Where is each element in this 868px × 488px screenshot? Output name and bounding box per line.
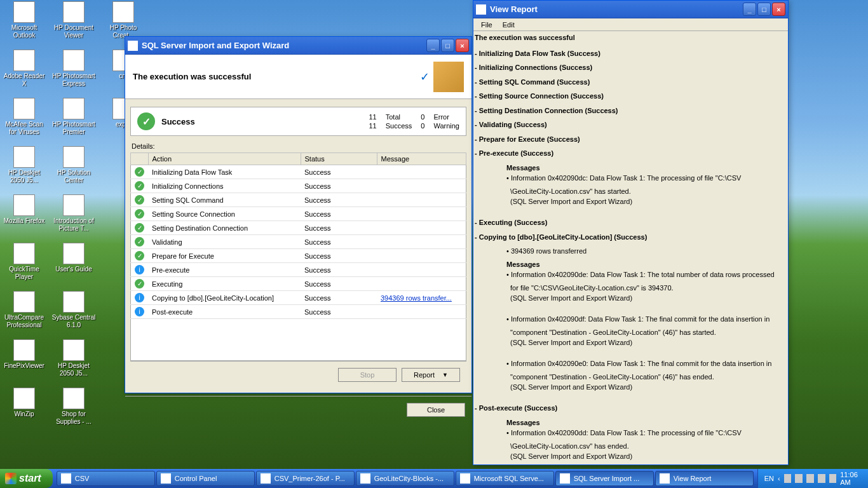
- desktop-icon[interactable]: WinZip: [1, 388, 47, 433]
- desktop-icon[interactable]: Adobe Reader X: [1, 50, 47, 95]
- col-status[interactable]: Status: [301, 153, 377, 165]
- icon-label: Introduction of Picture T...: [51, 217, 96, 233]
- maximize-button[interactable]: □: [757, 3, 771, 16]
- close-button[interactable]: ×: [456, 39, 469, 52]
- desktop-icon[interactable]: Mozilla Firefox: [1, 194, 47, 240]
- desktop-icon[interactable]: HP Deskjet 2050 J5...: [1, 146, 47, 192]
- icon-label: HP Solution Center: [51, 169, 96, 184]
- message-link[interactable]: 394369 rows transfer...: [381, 294, 452, 302]
- table-row[interactable]: iCopying to [dbo].[GeoLiteCity-Location]…: [131, 291, 466, 305]
- language-indicator[interactable]: EN: [764, 475, 774, 482]
- desktop-icon[interactable]: HP Photosmart Premier: [51, 98, 97, 144]
- desktop-icon[interactable]: McAfee Scan for Viruses: [1, 98, 47, 144]
- details-label: Details:: [130, 142, 466, 150]
- table-row[interactable]: ✓Prepare for ExecuteSuccess: [131, 249, 466, 263]
- icon-label: FinePixViewer: [4, 362, 44, 370]
- taskbar-item[interactable]: CSV: [57, 471, 155, 486]
- report-section: - Setting Source Connection (Success): [475, 91, 784, 102]
- report-section: - Initializing Connections (Success): [475, 62, 784, 73]
- report-section: - Validating (Success): [475, 119, 784, 130]
- desktop-icon[interactable]: HP Solution Center: [51, 146, 97, 192]
- desktop-icon[interactable]: Sybase Central 6.1.0: [51, 291, 97, 337]
- table-row[interactable]: ✓ValidatingSuccess: [131, 235, 466, 249]
- desktop-icon[interactable]: UltraCompare Professional: [1, 291, 47, 337]
- maximize-button[interactable]: □: [441, 39, 454, 52]
- table-row[interactable]: ✓Setting SQL CommandSuccess: [131, 193, 466, 207]
- desktop-icon[interactable]: QuickTime Player: [1, 243, 47, 288]
- status-cell: Success: [301, 207, 377, 221]
- desktop-icon[interactable]: Shop for Supplies - ...: [51, 388, 97, 433]
- taskbar-item[interactable]: View Report: [655, 471, 754, 486]
- taskbar-item[interactable]: GeoLiteCity-Blocks -...: [356, 471, 454, 486]
- report-titlebar[interactable]: View Report _ □ ×: [473, 1, 788, 18]
- minimize-button[interactable]: _: [743, 3, 756, 16]
- table-row[interactable]: ✓Initializing ConnectionsSuccess: [131, 179, 466, 193]
- tray-arrow-icon[interactable]: ‹: [778, 475, 780, 482]
- info-icon: i: [135, 293, 144, 302]
- table-row[interactable]: iPre-executeSuccess: [131, 263, 466, 277]
- taskbar-item[interactable]: SQL Server Import ...: [555, 471, 654, 486]
- minimize-button[interactable]: _: [426, 39, 440, 52]
- wizard-heading: The execution was successful: [133, 72, 420, 81]
- app-icon: [112, 1, 134, 23]
- col-icon[interactable]: [131, 153, 149, 165]
- desktop-icon[interactable]: User's Guide: [51, 243, 97, 288]
- task-label: CSV: [75, 475, 90, 482]
- report-icon: [476, 4, 486, 15]
- sql-wizard-icon: [128, 41, 138, 51]
- tray-icon[interactable]: [806, 474, 814, 483]
- table-row[interactable]: ✓Initializing Data Flow TaskSuccess: [131, 165, 466, 179]
- tray-icon[interactable]: [795, 474, 803, 483]
- desktop-icon[interactable]: Microsoft Outlook: [1, 1, 47, 47]
- tray-icon[interactable]: [829, 474, 837, 483]
- clock[interactable]: 11:06 AM: [840, 471, 865, 486]
- col-message[interactable]: Message: [377, 153, 466, 165]
- task-label: Microsoft SQL Serve...: [474, 475, 544, 482]
- desktop-icon[interactable]: HP Deskjet 2050 J5...: [51, 339, 97, 385]
- menu-edit[interactable]: Edit: [498, 20, 520, 30]
- wizard-titlebar[interactable]: SQL Server Import and Export Wizard _ □ …: [125, 37, 471, 55]
- report-msg: (SQL Server Import and Export Wizard): [510, 382, 784, 393]
- report-button[interactable]: Report▼: [402, 368, 460, 382]
- tray-icon[interactable]: [818, 474, 825, 483]
- taskbar-item[interactable]: CSV_Primer-26of - P...: [256, 471, 355, 486]
- table-row[interactable]: iPost-executeSuccess: [131, 305, 466, 319]
- table-row[interactable]: ✓Setting Source ConnectionSuccess: [131, 207, 466, 221]
- desktop-icon[interactable]: HP Photosmart Express: [51, 50, 97, 95]
- icon-label: HP Photosmart Premier: [51, 121, 96, 136]
- close-button[interactable]: ×: [772, 3, 785, 16]
- desktop-icon[interactable]: FinePixViewer: [1, 339, 47, 385]
- report-body[interactable]: The execution was successful - Initializ…: [473, 31, 788, 464]
- message-cell: [377, 235, 466, 249]
- tray-icon[interactable]: [784, 474, 792, 483]
- close-wizard-button[interactable]: Close: [407, 403, 465, 417]
- system-tray[interactable]: EN ‹ 11:06 AM: [757, 469, 868, 488]
- start-button[interactable]: start: [0, 469, 53, 488]
- table-row[interactable]: ✓ExecutingSuccess: [131, 277, 466, 291]
- stat-success-l: Success: [386, 122, 412, 130]
- message-cell: [377, 221, 466, 235]
- task-icon: [460, 473, 470, 484]
- report-section: - Initializing Data Flow Task (Success): [475, 48, 784, 59]
- app-icon: [13, 98, 35, 119]
- report-msg: Information 0x402090dd: Data Flow Task 1…: [506, 428, 784, 438]
- col-action[interactable]: Action: [148, 153, 301, 165]
- report-section: - Copying to [dbo].[GeoLiteCity-Location…: [475, 232, 784, 243]
- menu-file[interactable]: File: [476, 20, 498, 30]
- taskbar-item[interactable]: Microsoft SQL Serve...: [456, 471, 554, 486]
- desktop-icon[interactable]: HP Document Viewer: [51, 1, 97, 47]
- desktop-icon[interactable]: Introduction of Picture T...: [51, 194, 97, 240]
- taskbar-item[interactable]: Control Panel: [156, 471, 255, 486]
- message-cell: [377, 193, 466, 207]
- details-table: Action Status Message ✓Initializing Data…: [130, 152, 466, 319]
- stat-error-l: Error: [433, 113, 459, 121]
- success-icon: ✓: [135, 195, 144, 205]
- table-row[interactable]: ✓Setting Destination ConnectionSuccess: [131, 221, 466, 235]
- app-icon: [13, 291, 35, 313]
- action-cell: Setting SQL Command: [148, 193, 301, 207]
- action-cell: Post-execute: [148, 305, 301, 319]
- message-cell: [377, 263, 466, 277]
- message-cell: [377, 207, 466, 221]
- status-cell: Success: [301, 165, 377, 179]
- report-section: - Prepare for Execute (Success): [475, 134, 784, 145]
